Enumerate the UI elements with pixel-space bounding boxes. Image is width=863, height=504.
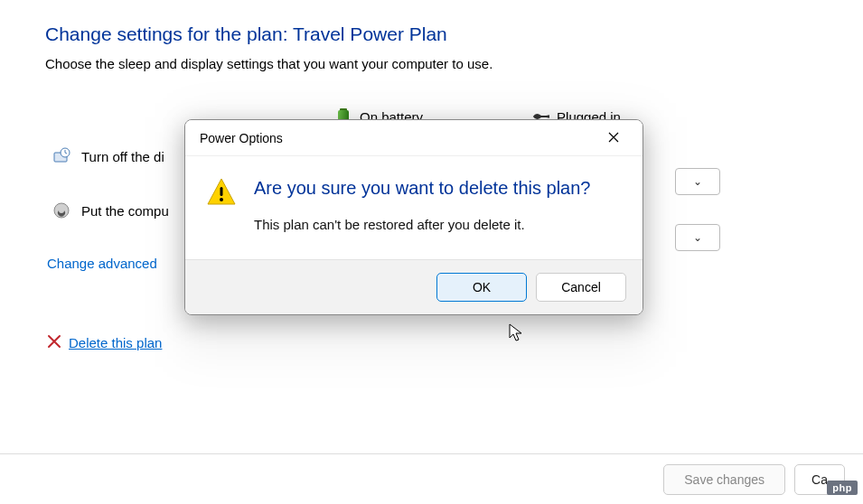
row-sleep-label: Put the compu — [81, 203, 169, 219]
dialog-message-col: Are you sure you want to delete this pla… — [254, 176, 623, 250]
chevron-down-icon: ⌄ — [693, 175, 702, 188]
delete-plan-link[interactable]: Delete this plan — [69, 335, 162, 350]
dialog-title: Power Options — [200, 131, 283, 145]
page-subtitle: Choose the sleep and display settings th… — [45, 56, 818, 71]
display-plugged-dropdown[interactable]: ⌄ — [675, 168, 720, 195]
mouse-cursor — [509, 323, 525, 346]
sleep-icon — [52, 201, 70, 219]
page-title: Change settings for the plan: Travel Pow… — [45, 23, 818, 45]
save-changes-button[interactable]: Save changes — [663, 464, 785, 495]
svg-point-6 — [220, 198, 223, 201]
delete-x-icon — [47, 334, 61, 351]
dialog-description: This plan can't be restored after you de… — [254, 217, 623, 232]
chevron-down-icon: ⌄ — [693, 231, 702, 244]
dialog-ok-button[interactable]: OK — [436, 273, 527, 302]
sleep-plugged-dropdown[interactable]: ⌄ — [675, 224, 720, 251]
row-display-label: Turn off the di — [81, 149, 164, 164]
dialog-heading: Are you sure you want to delete this pla… — [254, 176, 623, 201]
dialog-actions: OK Cancel — [185, 259, 643, 314]
bottom-button-bar: Save changes Ca — [0, 453, 863, 504]
dialog-body: Are you sure you want to delete this pla… — [185, 156, 643, 259]
confirm-delete-dialog: Power Options Are you sure you want to d… — [184, 119, 643, 315]
close-icon — [608, 130, 619, 145]
plan-name: Travel Power Plan — [293, 23, 447, 44]
php-badge: php — [827, 481, 858, 495]
title-prefix: Change settings for the plan: — [45, 23, 293, 44]
svg-rect-5 — [220, 187, 223, 196]
warning-icon — [205, 176, 238, 250]
dialog-close-button[interactable] — [594, 125, 633, 152]
dialog-title-bar: Power Options — [185, 120, 643, 156]
clock-monitor-icon — [52, 147, 70, 165]
dialog-cancel-button[interactable]: Cancel — [536, 273, 626, 302]
